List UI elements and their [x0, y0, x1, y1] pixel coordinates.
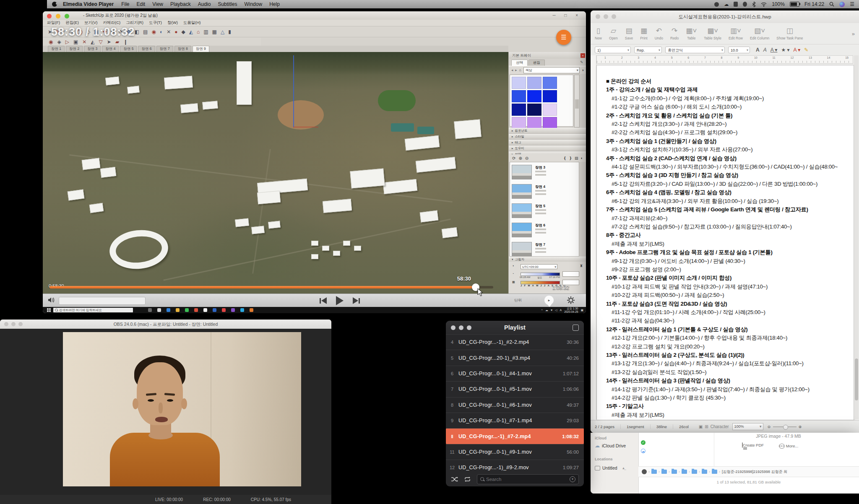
menubar-app-name[interactable]: Elmedia Video Player — [63, 1, 114, 7]
menubar-item[interactable]: View — [152, 1, 163, 7]
sketchup-tool-icon[interactable]: ▰ — [115, 39, 119, 44]
tray-section-header[interactable]: ▸스타일 — [509, 134, 586, 140]
sketchup-titlebar[interactable]: - SketchUp 프로 2020 (평가판 2일 남음) ─ □ × — [43, 11, 586, 20]
color-swatch[interactable] — [512, 104, 526, 116]
sketchup-tool-icon[interactable]: ◧ — [135, 29, 139, 34]
shadow-info-icon[interactable]: ♜ — [580, 264, 583, 268]
play-button[interactable] — [336, 296, 344, 305]
zoom-select[interactable]: 100% — [732, 423, 763, 430]
menubar-item[interactable]: Edit — [137, 1, 146, 7]
zoom-slider[interactable] — [773, 426, 797, 427]
sketchup-menu-item[interactable]: 보기(V) — [84, 20, 98, 26]
siri-icon[interactable] — [839, 2, 845, 7]
material-tab[interactable]: 편집 — [528, 60, 545, 66]
minimize-traffic-light[interactable] — [604, 14, 608, 19]
sidebar-item-icloud-drive[interactable]: ☁ iCloud Drive — [595, 443, 626, 449]
document-page[interactable]: ■ 온라인 강의 순서1주 - 강의소개 / 실습 및 재택수업 과제#1-1강… — [596, 65, 854, 420]
windows-start-icon[interactable] — [47, 308, 51, 312]
wifi-icon[interactable] — [761, 2, 767, 7]
hwp-toolbar-button[interactable]: ↷ Redo — [670, 27, 679, 40]
sketchup-tool-icon[interactable]: ✕ — [82, 39, 86, 44]
more-button[interactable]: ••• More... — [776, 443, 801, 449]
webcam-preview[interactable] — [63, 332, 301, 486]
home-icon[interactable]: ⌂ — [519, 68, 521, 72]
scene-tab[interactable]: 장면 1 — [48, 46, 65, 52]
taskbar-app-icon[interactable] — [157, 308, 161, 312]
sketchup-tool-icon[interactable]: ▣ — [73, 39, 78, 44]
volume-popup[interactable] — [59, 297, 146, 305]
sketchup-tool-icon[interactable]: ▤ — [143, 29, 148, 34]
hwp-toolbar-button[interactable]: ▩˅ Table Style — [704, 27, 721, 40]
menubar-item[interactable]: Window — [244, 1, 262, 7]
taskbar-app-icon[interactable] — [176, 308, 180, 312]
playlist-row[interactable]: 5 UD_CG-Progr...20-1)_#3.mp4 40:26 — [446, 350, 584, 365]
sketchup-tool-icon[interactable]: ◆ — [181, 29, 185, 34]
sketchup-menu-item[interactable]: 카메라(C) — [103, 20, 120, 26]
obs-titlebar[interactable]: OBS 24.0.6 (mac) - 프로파일: Untitled - 장면: … — [0, 320, 331, 329]
playlist-titlebar[interactable]: Playlist — [446, 321, 584, 334]
path-folder-icon[interactable] — [702, 470, 707, 474]
tray-cloud-icon[interactable]: ☁ — [545, 309, 548, 312]
previous-button[interactable] — [320, 297, 327, 304]
scene-tab[interactable]: 장면 7 — [156, 46, 173, 52]
taskbar-app-icon[interactable] — [167, 308, 170, 312]
minimize-traffic-light[interactable] — [459, 325, 463, 330]
scene-options-icon[interactable]: ❵ — [569, 156, 573, 160]
taskbar-app-icon[interactable] — [250, 308, 253, 312]
zoom-in-icon[interactable]: ⊕ — [799, 424, 802, 429]
playlist-search-box[interactable]: Search ▾ — [477, 474, 579, 484]
material-category-select[interactable]: 색상 — [523, 67, 580, 73]
color-swatch[interactable] — [512, 117, 526, 129]
taskbar-app-icon[interactable] — [185, 308, 189, 312]
tray-section-header[interactable]: ▸도우미 — [509, 145, 586, 151]
close-traffic-light[interactable] — [596, 14, 600, 19]
search-options-icon[interactable]: ▾ — [570, 476, 575, 482]
pip-icon[interactable]: ▸ — [544, 296, 554, 305]
scene-tab[interactable]: 장면 4 — [102, 46, 119, 52]
playlist-row[interactable]: 7 UD_CG-Progr...0-1)_#5-1.mov 1:06:06 — [446, 381, 584, 397]
update-scene-icon[interactable]: ⟳ — [512, 156, 515, 161]
scene-tab[interactable]: 장면 3 — [84, 46, 101, 52]
rep-select[interactable]: Rep. — [634, 47, 662, 53]
time-slider[interactable] — [521, 273, 560, 276]
status-app-icon[interactable] — [734, 2, 738, 7]
tray-section-header[interactable]: ▸컴포넌트 — [509, 128, 586, 134]
playlist-detach-icon[interactable] — [573, 325, 579, 331]
color-swatch[interactable] — [527, 117, 541, 129]
color-swatch[interactable] — [527, 104, 541, 116]
hwp-toolbar-button[interactable]: ▦ Print — [640, 27, 647, 40]
sketchup-tool-icon[interactable]: ▦ — [212, 29, 217, 34]
tray-volume-icon[interactable]: ◁ — [555, 309, 557, 312]
path-current-item[interactable]: [김형준-21925998]21925998 김형준 최 — [722, 469, 787, 475]
toolbar-overflow-icon[interactable]: » — [852, 31, 855, 37]
zoom-traffic-light[interactable] — [612, 14, 616, 19]
color-swatch[interactable] — [512, 77, 526, 89]
hwp-toolbar-button[interactable]: ▥˅ Edit Row — [729, 27, 743, 40]
playlist-row[interactable]: 9 UD_CG-Progr...0-1)_#7-1.mp4 29:03 — [446, 413, 584, 428]
back-arrow-icon[interactable]: ◂ — [511, 68, 513, 72]
path-folder-icon[interactable] — [692, 470, 697, 474]
apple-menu-icon[interactable] — [52, 2, 57, 7]
color-wheel-icon[interactable]: ◑ — [582, 68, 584, 72]
color-swatch[interactable] — [543, 90, 557, 102]
sketchup-menu-item[interactable]: 창(W) — [167, 20, 178, 26]
playlist-row[interactable]: 4 UD_CG-Progr...-1)_#2-2.mp4 30:36 — [446, 334, 584, 350]
volume-icon[interactable] — [48, 297, 55, 303]
scene-tab[interactable]: 장면 8 — [174, 46, 191, 52]
repeat-icon[interactable] — [464, 476, 471, 482]
taskbar-app-icon[interactable] — [203, 308, 207, 312]
menubar-item[interactable]: Audio — [198, 1, 211, 7]
create-pdf-button[interactable]: Create PDF — [738, 443, 768, 447]
color-swatch[interactable] — [543, 117, 557, 129]
spotlight-icon[interactable] — [829, 2, 834, 7]
scene-tab[interactable]: 장면 2 — [66, 46, 83, 52]
zoom-traffic-light[interactable] — [467, 325, 471, 330]
sample-paint-icon[interactable]: ✎ — [580, 60, 583, 64]
path-folder-icon[interactable] — [672, 470, 677, 474]
scene-list-item[interactable]: 장면 7 — [512, 241, 579, 257]
date-slider[interactable] — [521, 281, 560, 284]
scene-list-item[interactable]: 장면 4 — [512, 183, 579, 203]
sketchup-menu-item[interactable]: 도구(T) — [149, 20, 162, 26]
sketchup-menu-item[interactable]: 도움말(H) — [183, 20, 201, 26]
effect-icon[interactable]: ★ ▾ — [781, 47, 789, 53]
